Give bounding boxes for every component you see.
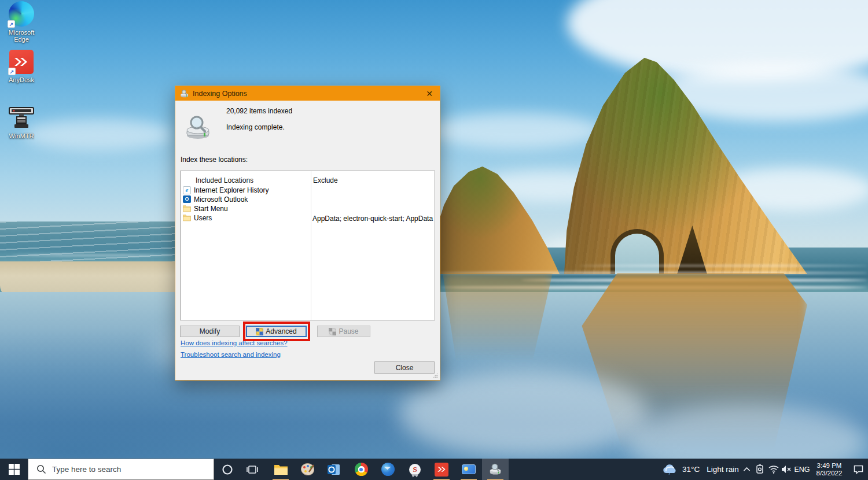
desktop-icon-label: AnyDesk — [5, 76, 38, 83]
indexing-options-icon — [489, 463, 502, 476]
indexed-locations-list[interactable]: Included Locations Exclude e Internet Ex… — [180, 171, 435, 320]
cortana-icon — [222, 464, 233, 475]
tray-wifi-button[interactable] — [767, 459, 781, 480]
s-seal-icon: S — [409, 464, 421, 475]
tray-volume-button[interactable] — [779, 459, 793, 480]
cortana-button[interactable] — [218, 459, 237, 480]
taskbar-app-paint[interactable] — [294, 459, 321, 480]
column-header-included: Included Locations — [196, 176, 253, 184]
device-icon — [755, 464, 764, 474]
cloud — [428, 113, 602, 149]
folder-icon — [183, 214, 191, 221]
uac-shield-icon — [256, 328, 263, 335]
close-button[interactable]: Close — [374, 361, 435, 374]
list-item-label: Microsoft Outlook — [194, 195, 248, 204]
pause-button-label: Pause — [339, 327, 358, 335]
index-locations-label: Index these locations: — [181, 156, 248, 164]
folder-icon — [183, 205, 191, 212]
pause-button: Pause — [317, 326, 370, 337]
start-icon — [9, 464, 20, 475]
taskbar-app-file-explorer[interactable] — [267, 459, 294, 480]
blue-panel-app-icon — [462, 464, 476, 474]
clock-date: 8/3/2022 — [816, 470, 843, 477]
weather-cloud-icon — [662, 464, 678, 475]
task-view-button[interactable] — [242, 459, 263, 480]
chrome-icon — [355, 463, 368, 476]
advanced-button[interactable]: Advanced — [246, 326, 307, 337]
weather-condition: Light rain — [707, 465, 739, 474]
outlook-icon: O — [183, 195, 191, 203]
list-item-label: Internet Explorer History — [194, 186, 269, 194]
close-icon[interactable]: ✕ — [424, 89, 435, 98]
desktop-icon-microsoft-edge[interactable]: Microsoft Edge — [5, 1, 38, 43]
taskbar-app-outlook[interactable] — [321, 459, 347, 480]
exclude-value: AppData; electron-quick-start; AppData — [312, 215, 433, 223]
language-indicator[interactable]: ENG — [793, 459, 811, 480]
items-indexed-text: 20,092 items indexed — [226, 107, 292, 115]
advanced-button-label: Advanced — [266, 327, 296, 335]
clock[interactable]: 3:49 PM 8/3/2022 — [811, 459, 848, 480]
desktop-icon-winmtr[interactable]: WinMTR — [5, 106, 38, 139]
desktop-screen: Microsoft Edge AnyDesk — [0, 0, 868, 480]
action-center-button[interactable] — [849, 459, 867, 480]
paint-icon — [301, 463, 314, 475]
indexing-options-icon — [180, 89, 189, 98]
search-icon — [36, 464, 46, 474]
show-hidden-icons-button[interactable] — [740, 459, 753, 480]
indexing-help-link[interactable]: How does indexing affect searches? — [181, 339, 288, 346]
shortcut-arrow-icon — [8, 68, 16, 75]
tray-device-button[interactable] — [753, 459, 767, 480]
search-input[interactable]: Type here to search — [28, 459, 214, 480]
action-center-icon — [853, 464, 864, 474]
modify-button[interactable]: Modify — [180, 326, 240, 337]
start-button[interactable] — [0, 459, 28, 480]
winmtr-icon — [8, 106, 35, 130]
desktop-icon-label: Microsoft Edge — [5, 29, 38, 43]
taskbar-app-s-seal[interactable]: S — [402, 459, 428, 480]
taskbar-app-chrome[interactable] — [348, 459, 374, 480]
task-view-icon — [247, 464, 258, 475]
outlook-icon — [327, 463, 341, 476]
chevron-up-icon — [743, 467, 751, 472]
clock-time: 3:49 PM — [817, 462, 842, 470]
list-item-label: Start Menu — [194, 205, 228, 213]
taskbar: Type here to search — [0, 459, 868, 480]
troubleshoot-link[interactable]: Troubleshoot search and indexing — [181, 351, 281, 358]
wallpaper-arch-hole — [615, 234, 659, 274]
wallpaper-surf — [0, 221, 179, 268]
taskbar-app-anydesk[interactable] — [428, 459, 455, 480]
index-drive-icon — [185, 114, 212, 142]
column-divider — [311, 171, 311, 320]
shortcut-arrow-icon — [8, 20, 15, 28]
dialog-title: Indexing Options — [193, 90, 247, 98]
list-item-label: Users — [194, 214, 212, 222]
column-header-exclude: Exclude — [313, 176, 338, 184]
anydesk-icon — [435, 463, 448, 477]
thunderbird-icon — [381, 463, 395, 476]
search-placeholder: Type here to search — [52, 465, 121, 474]
wifi-icon — [768, 465, 779, 474]
indexing-status-text: Indexing complete. — [226, 123, 285, 131]
volume-muted-icon — [781, 465, 792, 474]
weather-temperature: 31°C — [682, 465, 700, 474]
internet-explorer-history-icon: e — [183, 186, 191, 194]
desktop-icon-anydesk[interactable]: AnyDesk — [5, 50, 38, 83]
dialog-title-bar[interactable]: Indexing Options ✕ — [175, 86, 440, 101]
taskbar-weather-widget[interactable]: 31°C Light rain — [660, 459, 741, 480]
taskbar-app-indexing-options[interactable] — [482, 459, 509, 480]
indexing-options-dialog: Indexing Options ✕ 20,092 items indexed … — [175, 86, 440, 381]
taskbar-app-thunderbird[interactable] — [374, 459, 401, 480]
desktop-icon-label: WinMTR — [5, 132, 38, 139]
uac-shield-icon — [329, 328, 336, 335]
cloud — [23, 119, 174, 150]
file-explorer-icon — [274, 464, 288, 475]
taskbar-app-blue-panel[interactable] — [455, 459, 482, 480]
